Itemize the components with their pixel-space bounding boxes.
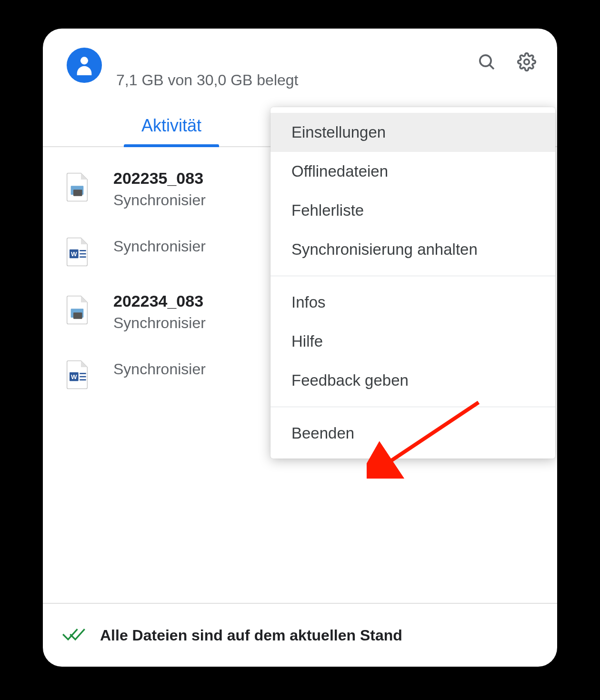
storage-usage-text: 7,1 GB von 30,0 GB belegt — [116, 71, 298, 89]
double-check-icon — [62, 624, 87, 647]
menu-divider — [270, 276, 555, 276]
image-file-icon — [62, 172, 92, 202]
svg-point-3 — [524, 60, 530, 65]
word-file-icon: W — [62, 360, 92, 390]
svg-point-1 — [480, 55, 491, 66]
footer-status: Alle Dateien sind auf dem aktuellen Stan… — [43, 603, 557, 667]
svg-rect-5 — [73, 190, 82, 196]
menu-feedback[interactable]: Feedback geben — [270, 361, 555, 400]
menu-offline-files[interactable]: Offlinedateien — [270, 152, 555, 191]
settings-menu: Einstellungen Offlinedateien Fehlerliste… — [270, 107, 555, 459]
menu-quit[interactable]: Beenden — [270, 414, 555, 453]
svg-line-2 — [490, 65, 494, 69]
header: 7,1 GB von 30,0 GB belegt — [43, 29, 557, 89]
tab-activity[interactable]: Aktivität — [43, 103, 300, 146]
search-icon — [477, 52, 496, 73]
svg-point-0 — [80, 57, 88, 64]
menu-help[interactable]: Hilfe — [270, 322, 555, 361]
svg-text:W: W — [71, 250, 77, 258]
tab-label: Aktivität — [141, 116, 201, 135]
gear-icon — [517, 52, 536, 73]
menu-error-list[interactable]: Fehlerliste — [270, 191, 555, 230]
person-icon — [73, 53, 95, 77]
menu-divider — [270, 407, 555, 407]
svg-rect-12 — [73, 312, 82, 319]
menu-settings[interactable]: Einstellungen — [270, 113, 555, 152]
header-actions — [475, 51, 538, 74]
image-file-icon — [62, 295, 92, 325]
svg-text:W: W — [71, 373, 77, 380]
drive-panel: 7,1 GB von 30,0 GB belegt Aktivität — [43, 29, 557, 667]
search-button[interactable] — [475, 51, 498, 74]
word-file-icon: W — [62, 237, 92, 267]
settings-button[interactable] — [515, 51, 538, 74]
menu-about[interactable]: Infos — [270, 283, 555, 322]
menu-pause-sync[interactable]: Synchronisierung anhalten — [270, 230, 555, 269]
footer-status-text: Alle Dateien sind auf dem aktuellen Stan… — [100, 627, 402, 644]
account-avatar[interactable] — [67, 48, 102, 83]
